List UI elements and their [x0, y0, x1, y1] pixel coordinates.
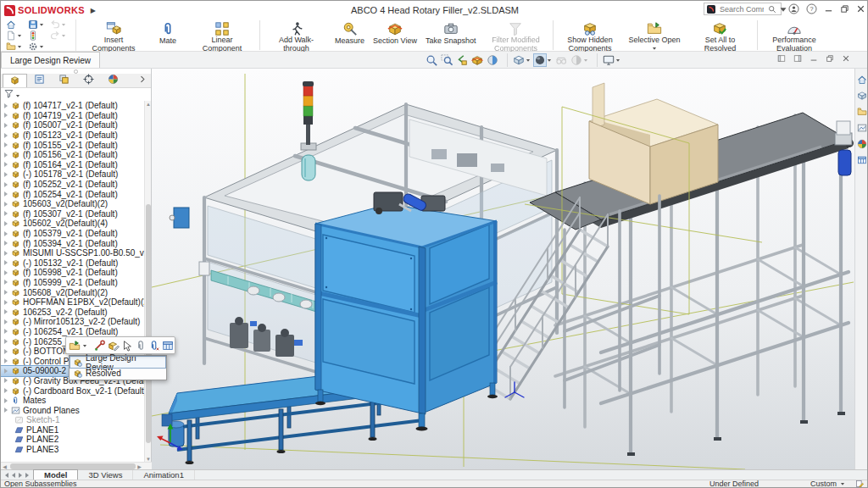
help-icon[interactable]: ?: [806, 3, 817, 14]
expand-arrow-icon[interactable]: [4, 260, 8, 265]
tree-item[interactable]: HOFFMAN E1PBX_v2(Default)(2): [1, 297, 145, 308]
expand-arrow-icon[interactable]: [4, 280, 8, 285]
expand-arrow-icon[interactable]: [4, 388, 8, 393]
scrollbar-thumb[interactable]: [10, 463, 136, 469]
expand-arrow-icon[interactable]: [4, 231, 8, 236]
command-button[interactable]: Show Hidden Components: [553, 20, 624, 50]
filter-caret-icon[interactable]: [15, 86, 20, 102]
view-tool-caret-icon[interactable]: [615, 58, 620, 63]
graphics-area[interactable]: [152, 69, 854, 469]
context-toolbar-button[interactable]: [162, 340, 174, 352]
doc-close-icon[interactable]: [842, 54, 850, 63]
tree-item[interactable]: (f) 105123_v2-1 (Default): [1, 130, 145, 141]
expand-arrow-icon[interactable]: [4, 133, 8, 138]
expand-arrow-icon[interactable]: [4, 142, 8, 147]
tree-item[interactable]: (f) 105394_v2-1 (Default): [1, 238, 145, 248]
expand-arrow-icon[interactable]: [4, 162, 8, 167]
view-tool-button[interactable]: [597, 53, 621, 67]
quick-access-button[interactable]: [50, 30, 72, 41]
tree-item[interactable]: (-) 106254_v2-1 (Default): [1, 327, 145, 337]
quick-access-button[interactable]: [28, 19, 50, 30]
quick-access-button[interactable]: [50, 19, 72, 30]
tree-item[interactable]: (f) 105164_v2-1 (Default): [1, 160, 145, 170]
tree-item[interactable]: (f) 104717_v2-1 (Default): [1, 101, 145, 111]
expand-arrow-icon[interactable]: [4, 369, 8, 374]
feature-manager-tab[interactable]: [27, 74, 52, 87]
quick-access-button[interactable]: [28, 30, 50, 41]
command-button[interactable]: Insert Components: [78, 20, 149, 50]
dropdown-caret-icon[interactable]: [60, 33, 66, 38]
task-pane-button[interactable]: [857, 107, 867, 117]
tree-item[interactable]: Mates: [1, 396, 145, 406]
view-tool-caret-icon[interactable]: [546, 58, 552, 63]
expand-arrow-icon[interactable]: [4, 398, 8, 403]
expand-arrow-icon[interactable]: [4, 290, 8, 295]
tree-horizontal-scrollbar[interactable]: ◀▶: [1, 462, 152, 469]
pane-toggle-left-icon[interactable]: [777, 54, 786, 63]
expand-arrow-icon[interactable]: [4, 191, 8, 197]
tree-item[interactable]: (-) Cardboard Box_v2-1 (Default): [1, 385, 145, 396]
expand-arrow-icon[interactable]: [4, 241, 8, 246]
tree-item[interactable]: (f) 105007_v2-1 (Default): [1, 120, 145, 130]
task-pane-button[interactable]: [857, 123, 867, 133]
document-tab[interactable]: 3D Views: [78, 470, 133, 480]
view-tool-button[interactable]: [507, 53, 531, 67]
expand-arrow-icon[interactable]: [4, 408, 8, 413]
quick-access-button[interactable]: [6, 19, 28, 30]
command-button[interactable]: Section View: [369, 20, 421, 50]
expand-arrow-icon[interactable]: [4, 202, 8, 207]
panel-chevron-icon[interactable]: [140, 75, 145, 83]
expand-arrow-icon[interactable]: [4, 123, 8, 128]
search-input[interactable]: [718, 4, 765, 14]
expand-arrow-icon[interactable]: [4, 378, 8, 383]
context-toolbar-button[interactable]: [82, 343, 87, 348]
tree-vertical-scrollbar[interactable]: ▲ ▼: [144, 101, 151, 463]
tree-item[interactable]: (-) Mirror105123_v2-2 (Default): [1, 317, 145, 327]
tree-item[interactable]: PLANE1: [1, 425, 145, 435]
command-button[interactable]: Linear Component Pattern: [186, 20, 258, 50]
menu-flyout-arrow[interactable]: ▶: [91, 7, 96, 14]
document-tab[interactable]: Model: [33, 469, 78, 480]
view-tool-caret-icon[interactable]: [582, 58, 588, 63]
command-button[interactable]: Filter Modified Components: [480, 20, 551, 50]
edit-properties-icon[interactable]: [855, 480, 864, 488]
dropdown-caret-icon[interactable]: [38, 22, 44, 27]
dropdown-caret-icon[interactable]: [38, 44, 44, 49]
dropdown-caret-icon[interactable]: [16, 33, 22, 38]
view-tool-button[interactable]: [425, 53, 438, 67]
tree-item[interactable]: 106253_v2-2 (Default): [1, 307, 145, 317]
expand-arrow-icon[interactable]: [4, 172, 8, 177]
tree-item[interactable]: PLANE2: [1, 435, 145, 445]
tree-item[interactable]: Sketch-1: [1, 415, 145, 425]
search-icon[interactable]: [768, 5, 776, 14]
config-caret-icon[interactable]: [840, 480, 845, 488]
tree-item[interactable]: PLANE3: [1, 445, 145, 455]
expand-arrow-icon[interactable]: [4, 182, 8, 187]
flyout-caret-icon[interactable]: [652, 45, 657, 51]
tree-item[interactable]: 105602_v2(Default)(4): [1, 219, 145, 229]
expand-arrow-icon[interactable]: [4, 349, 8, 354]
task-pane-button[interactable]: [857, 91, 867, 101]
tree-filter[interactable]: [1, 88, 151, 100]
context-toolbar-button[interactable]: [108, 340, 120, 352]
menu-item[interactable]: Large Design Review: [70, 357, 165, 368]
command-button[interactable]: Measure: [331, 20, 369, 50]
expand-arrow-icon[interactable]: [4, 339, 8, 344]
app-logo[interactable]: SOLIDWORKS ▶: [1, 5, 94, 16]
doc-minimize-icon[interactable]: [810, 54, 818, 63]
dropdown-caret-icon[interactable]: [60, 22, 66, 27]
expand-arrow-icon[interactable]: [4, 251, 8, 256]
expand-arrow-icon[interactable]: [4, 270, 8, 275]
tree-item[interactable]: (-) 105178_v2-1 (Default): [1, 169, 145, 180]
tab-large-design-review[interactable]: Large Design Review: [1, 52, 100, 68]
command-button[interactable]: Add Walk-through: [259, 20, 331, 50]
search-commands-box[interactable]: [704, 3, 782, 15]
minimize-button[interactable]: [824, 4, 833, 14]
tree-item[interactable]: (-) 105132_v2-1 (Default): [1, 258, 145, 269]
task-pane-button[interactable]: [857, 155, 867, 165]
view-tool-button[interactable]: [570, 53, 589, 67]
close-button[interactable]: [856, 4, 865, 14]
config-selector[interactable]: Custom: [810, 480, 845, 488]
dropdown-caret-icon[interactable]: [16, 44, 22, 49]
pane-toggle-right-icon[interactable]: [793, 54, 802, 63]
